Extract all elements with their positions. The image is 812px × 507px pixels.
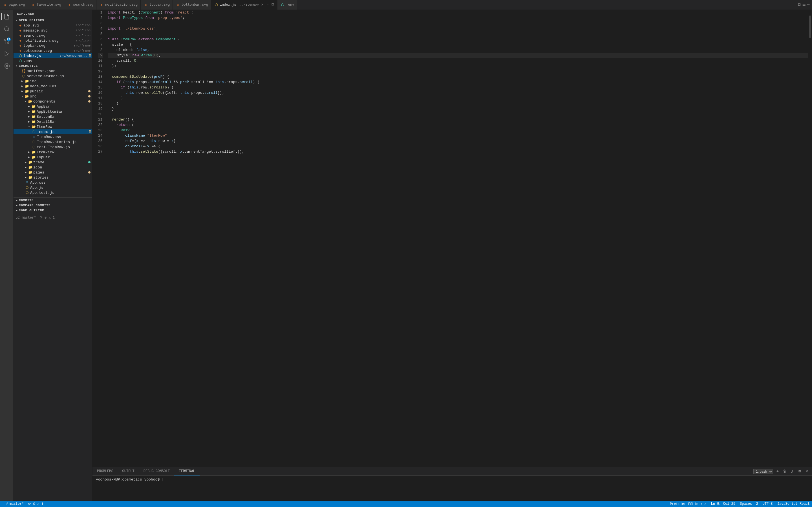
- list-item[interactable]: ⬡ index.js src/componen... M: [13, 53, 92, 58]
- compare-commits-section[interactable]: ▶ COMPARE COMMITS: [13, 203, 92, 208]
- commits-section[interactable]: ▶ COMMITS: [13, 198, 92, 203]
- terminal-content[interactable]: yoohoos-MBP:cosmetics yoohoo$: [93, 476, 812, 501]
- list-item[interactable]: ⬡ test.ItemRow.js: [13, 145, 92, 150]
- code-line: import React, {Component} from 'react';: [108, 10, 808, 15]
- folder-topbar[interactable]: ▶ 📁 TopBar: [13, 155, 92, 160]
- activity-search-icon[interactable]: [1, 23, 12, 35]
- close-terminal-icon[interactable]: ×: [804, 469, 810, 474]
- folder-itemrow[interactable]: ▾ 📂 ItemRow: [13, 124, 92, 129]
- trash-icon[interactable]: 🗑: [782, 469, 788, 474]
- add-terminal-icon[interactable]: +: [775, 469, 780, 474]
- list-item[interactable]: ◈ app.svg src/icon: [13, 23, 92, 28]
- list-item[interactable]: ◈ bottombar.svg src/frame: [13, 48, 92, 53]
- folder-detailbar[interactable]: ▶ 📁 DetailBar: [13, 119, 92, 124]
- folder-img[interactable]: ▶ 📁 img: [13, 78, 92, 83]
- list-item[interactable]: ⬡ index.js M: [13, 129, 92, 134]
- cosmetics-section[interactable]: ▾ COSMETICS: [13, 63, 92, 68]
- file-icon: {}: [21, 69, 26, 73]
- folder-icon[interactable]: ▶ 📁 icon: [13, 165, 92, 170]
- status-prettier[interactable]: Prettier ESLint: ✓: [668, 501, 709, 507]
- tab-problems[interactable]: PROBLEMS: [93, 467, 118, 475]
- sidebar-content[interactable]: ▾ OPEN EDITORS ◈ app.svg src/icon ◈ mess…: [13, 18, 92, 501]
- list-item[interactable]: ⬡ ItemRow.stories.js: [13, 139, 92, 145]
- folder-icon: 📂: [28, 99, 33, 104]
- list-item[interactable]: ⬡ .env: [13, 58, 92, 63]
- tab-output[interactable]: OUTPUT: [118, 467, 139, 475]
- folder-appbar[interactable]: ▶ 📁 AppBar: [13, 104, 92, 109]
- list-item[interactable]: ◈ topbar.svg src/frame: [13, 43, 92, 48]
- code-outline-section[interactable]: ▶ CODE OUTLINE: [13, 208, 92, 213]
- status-spaces[interactable]: Spaces: 2: [738, 501, 760, 507]
- folder-appbottombar[interactable]: ▶ 📁 AppBottomBar: [13, 109, 92, 114]
- tab-bottombar-svg[interactable]: ◈ bottombar.svg: [173, 0, 211, 10]
- tab-favorite-svg[interactable]: ◈ favorite.svg: [28, 0, 64, 10]
- terminal-shell-select[interactable]: 1: bash: [753, 469, 773, 474]
- cosmetics-label: COSMETICS: [19, 64, 38, 68]
- list-item[interactable]: ◈ notification.svg src/icon: [13, 38, 92, 43]
- scrollbar-thumb[interactable]: [809, 15, 811, 38]
- file-name: notification.svg: [23, 39, 75, 43]
- tab-env[interactable]: ⬡ .env: [277, 0, 297, 10]
- list-item[interactable]: {} manifest.json: [13, 68, 92, 73]
- chevron-down-icon: ▾: [28, 125, 30, 128]
- folder-itemview[interactable]: ▶ 📁 ItemView: [13, 150, 92, 155]
- tab-terminal[interactable]: TERMINAL: [174, 467, 200, 475]
- tab-topbar-svg[interactable]: ◈ topbar.svg: [141, 0, 173, 10]
- code-view[interactable]: 1 2 3 4 5 6 7 8 9 10 11 12 13 14 15 16 1: [93, 10, 812, 467]
- folder-node-modules[interactable]: ▶ 📁 node_modules: [13, 83, 92, 89]
- split-icon[interactable]: ⧉: [271, 3, 274, 7]
- activity-files-icon[interactable]: [1, 11, 12, 22]
- status-sync[interactable]: ⟳ 0 △ 1: [26, 501, 45, 507]
- status-encoding[interactable]: UTF-8: [760, 501, 775, 507]
- svg-point-0: [4, 27, 8, 31]
- split-terminal-icon[interactable]: ⊟: [797, 469, 802, 474]
- folder-name: public: [30, 89, 87, 94]
- code-line: <div: [108, 128, 808, 133]
- tab-search-svg[interactable]: ◈ search.svg: [64, 0, 96, 10]
- file-icon: ≡: [25, 180, 29, 185]
- folder-frame[interactable]: ▶ 📁 frame: [13, 160, 92, 165]
- folder-pages[interactable]: ▶ 📁 pages: [13, 170, 92, 175]
- sync-label: ⟳ 0 △ 1: [28, 502, 43, 506]
- tab-close-icon[interactable]: ×: [260, 3, 264, 7]
- activity-source-control-icon[interactable]: 29: [1, 36, 12, 47]
- tab-index-js[interactable]: ⬡ index.js .../ItemRow × ⋯ ⧉: [211, 0, 277, 10]
- activity-extensions-icon[interactable]: [1, 61, 12, 72]
- folder-src[interactable]: ▾ 📂 src: [13, 94, 92, 99]
- tab-label: notification.svg: [105, 3, 138, 7]
- list-item[interactable]: ◈ message.svg src/icon: [13, 28, 92, 33]
- list-item[interactable]: ≡ App.css: [13, 180, 92, 185]
- list-item[interactable]: ⬡ App.js: [13, 185, 92, 190]
- activity-run-icon[interactable]: [1, 48, 12, 59]
- status-branch[interactable]: ⎇ master*: [2, 501, 26, 507]
- folder-bottombar[interactable]: ▶ 📁 BottomBar: [13, 114, 92, 119]
- list-item[interactable]: ⬡ service-worker.js: [13, 73, 92, 78]
- folder-components[interactable]: ▾ 📂 components: [13, 99, 92, 104]
- code-line: import './ItemRow.css';: [108, 26, 808, 31]
- modified-badge: [88, 95, 91, 98]
- sidebar: EXPLORER ▾ OPEN EDITORS ◈ app.svg src/ic…: [13, 10, 93, 501]
- tab-page-svg[interactable]: ◈ page.svg: [0, 0, 28, 10]
- chevron-up-icon[interactable]: ∧: [790, 469, 795, 474]
- list-item[interactable]: ◈ search.svg src/icon: [13, 33, 92, 38]
- tab-debug-console[interactable]: DEBUG CONSOLE: [139, 467, 174, 475]
- folder-public[interactable]: ▶ 📁 public: [13, 89, 92, 94]
- status-language[interactable]: JavaScript React: [775, 501, 812, 507]
- code-editor[interactable]: import React, {Component} from 'react'; …: [105, 10, 808, 467]
- toggle-panel-icon[interactable]: ▭: [803, 2, 806, 8]
- folder-name: ItemRow: [37, 125, 92, 129]
- more-icon[interactable]: ⋯: [267, 3, 269, 7]
- list-item[interactable]: ⬡ App.test.js: [13, 190, 92, 195]
- file-path: src/icon: [75, 29, 91, 32]
- git-status[interactable]: ⎇ master*: [16, 216, 36, 220]
- status-position[interactable]: Ln 9, Col 25: [709, 501, 738, 507]
- split-editor-icon[interactable]: ⧉: [798, 2, 801, 8]
- list-item[interactable]: ≡ ItemRow.css: [13, 134, 92, 139]
- open-editors-section[interactable]: ▾ OPEN EDITORS: [13, 18, 92, 23]
- tab-notification-svg[interactable]: ◈ notification.svg: [96, 0, 141, 10]
- scrollbar[interactable]: [808, 10, 812, 467]
- more-actions-icon[interactable]: ⋯: [807, 2, 810, 8]
- tab-label: TERMINAL: [179, 469, 195, 473]
- file-icon: ◈: [18, 33, 22, 38]
- folder-stories[interactable]: ▶ 📁 stories: [13, 175, 92, 180]
